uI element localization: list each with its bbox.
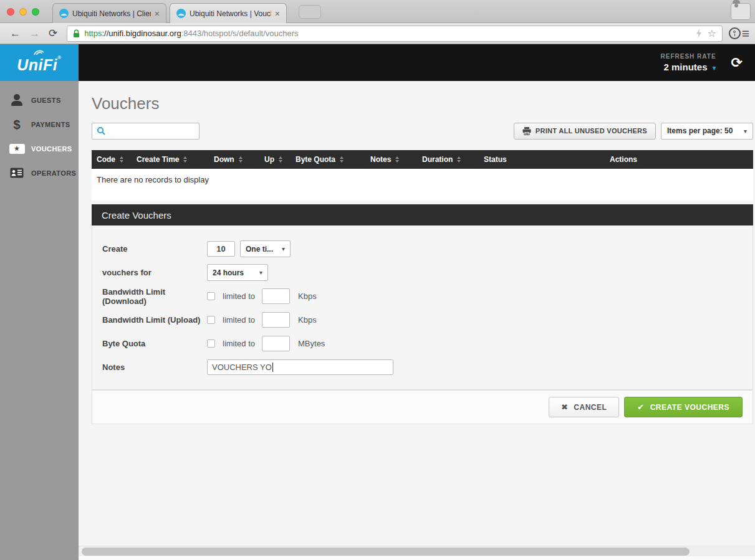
chevron-down-icon: ▾	[744, 128, 747, 135]
zoom-window-button[interactable]	[32, 8, 39, 16]
logo-wordmark: UniFi	[17, 56, 57, 74]
dollar-icon: $	[13, 118, 20, 131]
refresh-now-button[interactable]: ⟳	[731, 55, 743, 71]
minimize-window-button[interactable]	[19, 8, 27, 16]
tab-close-icon[interactable]: ×	[275, 9, 280, 18]
column-header-notes[interactable]: Notes	[370, 155, 422, 164]
kbps-unit-label: Kbps	[298, 292, 317, 301]
forward-button[interactable]: →	[29, 28, 40, 39]
tab-close-icon[interactable]: ×	[155, 9, 160, 18]
column-header-up[interactable]: Up	[264, 155, 296, 164]
browser-chrome: Ubiquiti Networks | Clients × Ubiquiti N…	[0, 0, 755, 44]
sidebar-item-payments[interactable]: $ PAYMENTS	[0, 112, 79, 136]
sort-icon	[120, 156, 123, 163]
url-scheme: https	[84, 29, 102, 38]
bandwidth-download-label: Bandwidth Limit (Download)	[102, 287, 207, 306]
guest-person-icon	[11, 94, 23, 106]
unifi-logo: UniFi®	[0, 44, 79, 81]
sort-icon	[395, 156, 399, 163]
sort-icon	[457, 156, 461, 163]
bandwidth-download-checkbox[interactable]	[207, 292, 215, 300]
limited-to-label: limited to	[223, 315, 255, 325]
column-header-down[interactable]: Down	[214, 155, 264, 164]
items-per-page-dropdown[interactable]: Items per page: 50 ▾	[661, 123, 753, 140]
onepassword-extension-icon[interactable]	[729, 27, 741, 39]
byte-quota-input[interactable]	[262, 336, 290, 351]
voucher-ticket-icon: ★	[9, 144, 25, 154]
app-header-bar: REFRESH RATE 2 minutes▾ ⟳	[79, 44, 755, 81]
browser-toolbar: ← → ⟳ https://unifi.bigdinosaur.org:8443…	[0, 23, 755, 44]
url-path: :8443/hotspot/s/default/vouchers	[181, 29, 299, 38]
bandwidth-upload-checkbox[interactable]	[207, 316, 215, 324]
tab-title: Ubiquiti Networks | Vouche	[190, 9, 271, 18]
sidebar: GUESTS $ PAYMENTS ★ VOUCHERS OPERATORS	[0, 81, 79, 560]
page-title: Vouchers	[92, 94, 753, 113]
vouchers-for-label: vouchers for	[102, 268, 207, 277]
bandwidth-upload-label: Bandwidth Limit (Upload)	[102, 315, 207, 325]
back-button[interactable]: ←	[10, 28, 21, 39]
operator-badge-icon	[10, 168, 24, 178]
cancel-button[interactable]: ✖ CANCEL	[549, 397, 619, 417]
bookmark-star-icon[interactable]: ☆	[707, 27, 716, 39]
registered-mark: ®	[57, 55, 61, 60]
sort-icon	[239, 156, 243, 163]
refresh-rate-dropdown[interactable]: 2 minutes▾	[661, 62, 716, 72]
tab-vouchers[interactable]: Ubiquiti Networks | Vouche ×	[170, 3, 287, 23]
kbps-unit-label: Kbps	[298, 315, 317, 325]
voucher-type-dropdown[interactable]: One ti... ▾	[240, 240, 291, 257]
voucher-table-header: Code Create Time Down Up Byte Quota Note…	[92, 150, 753, 169]
column-header-byte-quota[interactable]: Byte Quota	[296, 155, 370, 164]
scrollbar-thumb[interactable]	[82, 548, 690, 556]
lock-icon	[73, 29, 80, 38]
bottom-strip	[79, 556, 755, 560]
limited-to-label: limited to	[223, 339, 255, 348]
sidebar-item-operators[interactable]: OPERATORS	[0, 161, 79, 185]
print-all-unused-vouchers-button[interactable]: PRINT ALL UNUSED VOUCHERS	[514, 123, 656, 140]
close-window-button[interactable]	[7, 8, 14, 16]
unifi-favicon-icon	[176, 9, 186, 18]
browser-profile-button[interactable]	[731, 3, 751, 20]
url-host: ://unifi.bigdinosaur.org	[102, 29, 181, 38]
empty-table-message: There are no records to display	[92, 169, 753, 201]
lightning-icon[interactable]	[696, 29, 702, 38]
sidebar-item-guests[interactable]: GUESTS	[0, 88, 79, 112]
column-header-create-time[interactable]: Create Time	[137, 155, 214, 164]
column-header-actions: Actions	[610, 155, 753, 164]
create-label: Create	[102, 244, 207, 254]
x-icon: ✖	[561, 402, 568, 412]
reload-button[interactable]: ⟳	[49, 28, 57, 39]
create-vouchers-button-label: CREATE VOUCHERS	[650, 403, 729, 412]
bandwidth-download-input[interactable]	[262, 288, 290, 304]
column-header-code[interactable]: Code	[92, 155, 137, 164]
text-cursor	[272, 363, 273, 372]
byte-quota-checkbox[interactable]	[207, 339, 215, 348]
sidebar-item-vouchers[interactable]: ★ VOUCHERS	[0, 136, 79, 161]
create-vouchers-button[interactable]: ✔ CREATE VOUCHERS	[624, 397, 743, 417]
voucher-type-value: One ti...	[246, 245, 273, 254]
address-bar[interactable]: https://unifi.bigdinosaur.org:8443/hotsp…	[67, 26, 722, 42]
sidebar-item-label: GUESTS	[31, 97, 61, 104]
tab-clients[interactable]: Ubiquiti Networks | Clients ×	[52, 3, 166, 23]
sort-icon	[183, 156, 187, 163]
unifi-favicon-icon	[59, 9, 69, 18]
sidebar-item-label: VOUCHERS	[31, 145, 72, 153]
mbytes-unit-label: MBytes	[298, 339, 325, 348]
search-input[interactable]	[109, 126, 195, 136]
notes-input[interactable]: VOUCHERS YO	[207, 359, 393, 375]
new-tab-button[interactable]	[299, 5, 321, 19]
chevron-down-icon: ▾	[282, 245, 285, 252]
create-vouchers-panel: Create Vouchers Create One ti... ▾ vouch…	[92, 204, 753, 424]
bandwidth-upload-input[interactable]	[262, 312, 290, 328]
check-icon: ✔	[637, 402, 644, 412]
voucher-duration-value: 24 hours	[213, 268, 244, 277]
horizontal-scrollbar[interactable]	[79, 546, 755, 556]
voucher-count-input[interactable]	[207, 241, 235, 257]
window-controls	[7, 8, 39, 16]
tab-strip: Ubiquiti Networks | Clients × Ubiquiti N…	[0, 0, 755, 23]
main-content: Vouchers PRINT ALL UNUSED VOUCHERS Items…	[79, 81, 755, 560]
browser-menu-icon[interactable]: ≡	[742, 26, 749, 41]
voucher-search-field[interactable]	[92, 123, 200, 140]
column-header-duration[interactable]: Duration	[422, 155, 484, 164]
printer-icon	[522, 127, 531, 135]
voucher-duration-dropdown[interactable]: 24 hours ▾	[207, 264, 268, 281]
